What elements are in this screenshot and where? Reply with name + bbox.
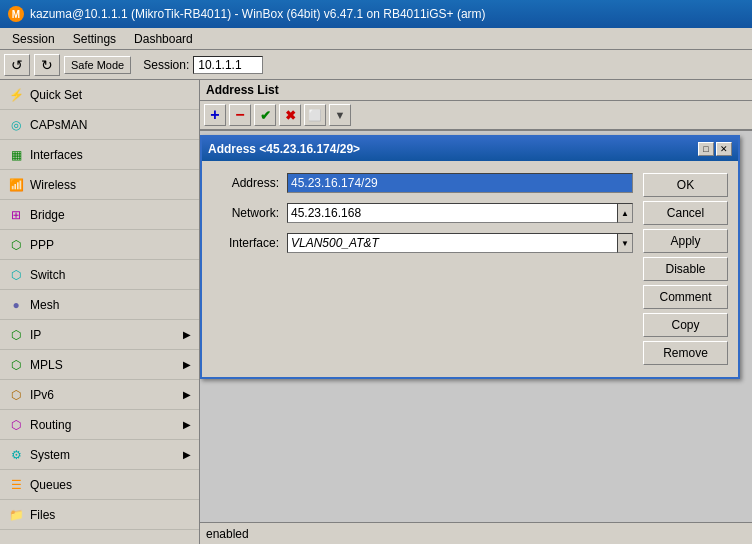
- session-value: 10.1.1.1: [193, 56, 263, 74]
- content-area: Address List + − ✔ ✖ ⬜ ▼ Address <45.23.…: [200, 80, 752, 544]
- copy-toolbar-button[interactable]: ⬜: [304, 104, 326, 126]
- ppp-icon: ⬡: [8, 237, 24, 253]
- sidebar-label-routing: Routing: [30, 418, 71, 432]
- network-input[interactable]: [287, 203, 617, 223]
- address-list-title: Address List: [206, 83, 279, 97]
- sidebar-item-routing[interactable]: ⬡ Routing ▶: [0, 410, 199, 440]
- wireless-icon: 📶: [8, 177, 24, 193]
- dialog-title: Address <45.23.16.174/29>: [208, 142, 360, 156]
- sidebar-item-system[interactable]: ⚙ System ▶: [0, 440, 199, 470]
- dialog-buttons: OK Cancel Apply Disable Comment Copy Rem…: [643, 173, 728, 365]
- sidebar-item-switch[interactable]: ⬡ Switch: [0, 260, 199, 290]
- dialog-fields: Address: Network: ▲ Interface:: [212, 173, 633, 365]
- status-bar: enabled: [200, 522, 752, 544]
- system-icon: ⚙: [8, 447, 24, 463]
- interface-field-row: Interface: ▼: [212, 233, 633, 253]
- sidebar-item-files[interactable]: 📁 Files: [0, 500, 199, 530]
- main-toolbar: ↺ ↻ Safe Mode Session: 10.1.1.1: [0, 50, 752, 80]
- interface-label: Interface:: [212, 236, 287, 250]
- ip-icon: ⬡: [8, 327, 24, 343]
- app-icon: M: [8, 6, 24, 22]
- sidebar-item-bridge[interactable]: ⊞ Bridge: [0, 200, 199, 230]
- sidebar-label-mesh: Mesh: [30, 298, 59, 312]
- mpls-arrow-icon: ▶: [183, 359, 191, 370]
- session-label: Session:: [143, 58, 189, 72]
- queues-icon: ☰: [8, 477, 24, 493]
- ip-arrow-icon: ▶: [183, 329, 191, 340]
- undo-icon: ↺: [11, 57, 23, 73]
- capsman-icon: ◎: [8, 117, 24, 133]
- sidebar-item-ppp[interactable]: ⬡ PPP: [0, 230, 199, 260]
- menu-session[interactable]: Session: [4, 31, 63, 47]
- remove-button[interactable]: Remove: [643, 341, 728, 365]
- sidebar-item-interfaces[interactable]: ▦ Interfaces: [0, 140, 199, 170]
- ok-button[interactable]: OK: [643, 173, 728, 197]
- main-layout: ⚡ Quick Set ◎ CAPsMAN ▦ Interfaces 📶 Wir…: [0, 80, 752, 544]
- filter-button[interactable]: ▼: [329, 104, 351, 126]
- menu-dashboard[interactable]: Dashboard: [126, 31, 201, 47]
- sidebar-label-mpls: MPLS: [30, 358, 63, 372]
- safe-mode-button[interactable]: Safe Mode: [64, 56, 131, 74]
- disable-button[interactable]: ✖: [279, 104, 301, 126]
- sidebar-item-ipv6[interactable]: ⬡ IPv6 ▶: [0, 380, 199, 410]
- interface-dropdown-button[interactable]: ▼: [617, 233, 633, 253]
- sidebar-label-bridge: Bridge: [30, 208, 65, 222]
- enable-button[interactable]: ✔: [254, 104, 276, 126]
- dialog-controls: □ ✕: [698, 142, 732, 156]
- sidebar-item-quick-set[interactable]: ⚡ Quick Set: [0, 80, 199, 110]
- add-button[interactable]: +: [204, 104, 226, 126]
- network-input-wrapper: ▲: [287, 203, 633, 223]
- ipv6-arrow-icon: ▶: [183, 389, 191, 400]
- address-label: Address:: [212, 176, 287, 190]
- sidebar-item-mesh[interactable]: ● Mesh: [0, 290, 199, 320]
- network-field-row: Network: ▲: [212, 203, 633, 223]
- network-arrow-button[interactable]: ▲: [617, 203, 633, 223]
- dialog-close-button[interactable]: ✕: [716, 142, 732, 156]
- undo-button[interactable]: ↺: [4, 54, 30, 76]
- menu-settings[interactable]: Settings: [65, 31, 124, 47]
- dialog-disable-button[interactable]: Disable: [643, 257, 728, 281]
- sidebar-item-wireless[interactable]: 📶 Wireless: [0, 170, 199, 200]
- sidebar-item-queues[interactable]: ☰ Queues: [0, 470, 199, 500]
- sidebar: ⚡ Quick Set ◎ CAPsMAN ▦ Interfaces 📶 Wir…: [0, 80, 200, 544]
- address-list-header: Address List: [200, 80, 752, 101]
- redo-button[interactable]: ↻: [34, 54, 60, 76]
- dialog-body: Address: Network: ▲ Interface:: [202, 161, 738, 377]
- address-input[interactable]: [287, 173, 633, 193]
- comment-button[interactable]: Comment: [643, 285, 728, 309]
- sidebar-label-switch: Switch: [30, 268, 65, 282]
- sidebar-label-ppp: PPP: [30, 238, 54, 252]
- sidebar-label-system: System: [30, 448, 70, 462]
- sidebar-item-ip[interactable]: ⬡ IP ▶: [0, 320, 199, 350]
- dialog-title-bar: Address <45.23.16.174/29> □ ✕: [202, 137, 738, 161]
- menu-bar: Session Settings Dashboard: [0, 28, 752, 50]
- quick-set-icon: ⚡: [8, 87, 24, 103]
- address-field-row: Address:: [212, 173, 633, 193]
- redo-icon: ↻: [41, 57, 53, 73]
- title-bar-text: kazuma@10.1.1.1 (MikroTik-RB4011) - WinB…: [30, 7, 486, 21]
- title-bar: M kazuma@10.1.1.1 (MikroTik-RB4011) - Wi…: [0, 0, 752, 28]
- delete-button[interactable]: −: [229, 104, 251, 126]
- sidebar-label-files: Files: [30, 508, 55, 522]
- sidebar-item-mpls[interactable]: ⬡ MPLS ▶: [0, 350, 199, 380]
- sidebar-item-capsman[interactable]: ◎ CAPsMAN: [0, 110, 199, 140]
- bridge-icon: ⊞: [8, 207, 24, 223]
- dialog-restore-button[interactable]: □: [698, 142, 714, 156]
- cancel-button[interactable]: Cancel: [643, 201, 728, 225]
- status-text: enabled: [206, 527, 249, 541]
- apply-button[interactable]: Apply: [643, 229, 728, 253]
- routing-arrow-icon: ▶: [183, 419, 191, 430]
- sidebar-label-ipv6: IPv6: [30, 388, 54, 402]
- files-icon: 📁: [8, 507, 24, 523]
- sidebar-label-ip: IP: [30, 328, 41, 342]
- routing-icon: ⬡: [8, 417, 24, 433]
- content-toolbar: + − ✔ ✖ ⬜ ▼: [200, 101, 752, 131]
- interface-input-wrapper: ▼: [287, 233, 633, 253]
- mpls-icon: ⬡: [8, 357, 24, 373]
- address-dialog: Address <45.23.16.174/29> □ ✕ Address: N…: [200, 135, 740, 379]
- interface-input[interactable]: [287, 233, 617, 253]
- copy-button[interactable]: Copy: [643, 313, 728, 337]
- sidebar-label-queues: Queues: [30, 478, 72, 492]
- interfaces-icon: ▦: [8, 147, 24, 163]
- system-arrow-icon: ▶: [183, 449, 191, 460]
